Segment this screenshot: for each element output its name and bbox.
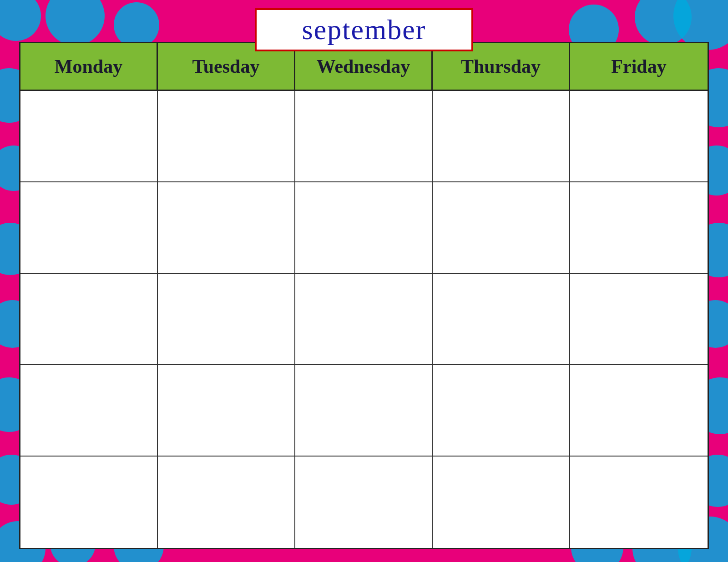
cell-row3-fri[interactable] — [570, 274, 708, 364]
calendar-container: Monday Tuesday Wednesday Thursday Friday — [19, 42, 709, 549]
dot — [46, 0, 105, 45]
cell-row2-fri[interactable] — [570, 182, 708, 273]
month-title: september — [302, 14, 426, 46]
calendar-row-2 — [20, 182, 708, 274]
calendar-row-5 — [20, 457, 708, 548]
dot — [114, 2, 159, 48]
cell-row1-mon[interactable] — [20, 91, 158, 181]
cell-row1-wed[interactable] — [295, 91, 433, 181]
title-container: september — [255, 8, 473, 51]
header-friday: Friday — [570, 43, 708, 90]
cell-row3-thu[interactable] — [433, 274, 570, 364]
cell-row4-tue[interactable] — [158, 365, 295, 456]
cell-row1-fri[interactable] — [570, 91, 708, 181]
dot — [0, 0, 41, 41]
cell-row1-tue[interactable] — [158, 91, 295, 181]
cell-row2-mon[interactable] — [20, 182, 158, 273]
cell-row5-thu[interactable] — [433, 457, 570, 548]
calendar-grid — [20, 91, 708, 548]
cell-row4-wed[interactable] — [295, 365, 433, 456]
title-box: september — [255, 8, 473, 51]
cell-row4-thu[interactable] — [433, 365, 570, 456]
cell-row5-fri[interactable] — [570, 457, 708, 548]
cell-row5-wed[interactable] — [295, 457, 433, 548]
cell-row2-thu[interactable] — [433, 182, 570, 273]
cell-row1-thu[interactable] — [433, 91, 570, 181]
cell-row4-mon[interactable] — [20, 365, 158, 456]
cell-row2-wed[interactable] — [295, 182, 433, 273]
cell-row2-tue[interactable] — [158, 182, 295, 273]
cell-row3-tue[interactable] — [158, 274, 295, 364]
cell-row3-mon[interactable] — [20, 274, 158, 364]
calendar-row-4 — [20, 365, 708, 457]
calendar-row-1 — [20, 91, 708, 182]
header-monday: Monday — [20, 43, 158, 90]
cell-row3-wed[interactable] — [295, 274, 433, 364]
calendar-row-3 — [20, 274, 708, 365]
cell-row5-tue[interactable] — [158, 457, 295, 548]
cell-row4-fri[interactable] — [570, 365, 708, 456]
cell-row5-mon[interactable] — [20, 457, 158, 548]
